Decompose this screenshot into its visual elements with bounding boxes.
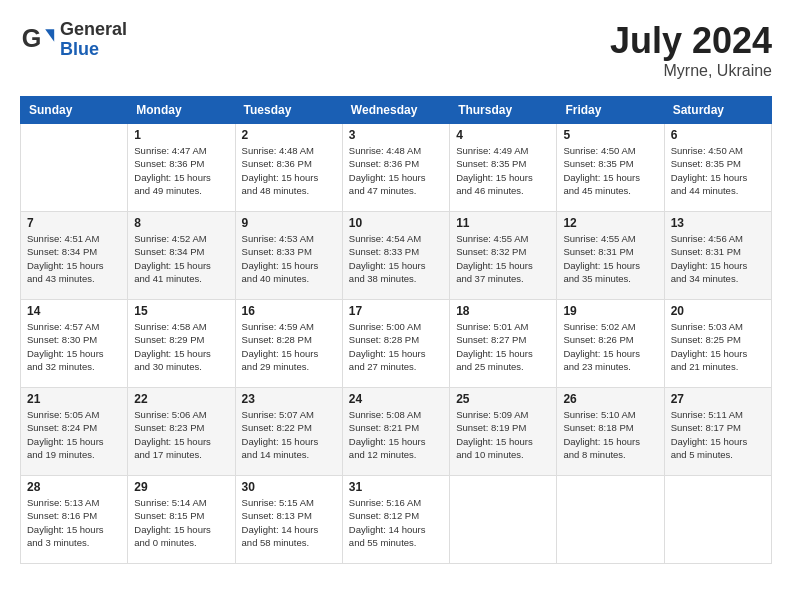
day-info: Sunrise: 5:13 AM Sunset: 8:16 PM Dayligh… xyxy=(27,496,121,549)
calendar-cell: 14Sunrise: 4:57 AM Sunset: 8:30 PM Dayli… xyxy=(21,300,128,388)
calendar-cell xyxy=(664,476,771,564)
calendar-cell: 26Sunrise: 5:10 AM Sunset: 8:18 PM Dayli… xyxy=(557,388,664,476)
day-number: 13 xyxy=(671,216,765,230)
calendar-cell: 21Sunrise: 5:05 AM Sunset: 8:24 PM Dayli… xyxy=(21,388,128,476)
day-number: 30 xyxy=(242,480,336,494)
day-info: Sunrise: 4:48 AM Sunset: 8:36 PM Dayligh… xyxy=(242,144,336,197)
calendar-cell: 16Sunrise: 4:59 AM Sunset: 8:28 PM Dayli… xyxy=(235,300,342,388)
day-info: Sunrise: 4:53 AM Sunset: 8:33 PM Dayligh… xyxy=(242,232,336,285)
day-number: 15 xyxy=(134,304,228,318)
day-number: 1 xyxy=(134,128,228,142)
day-info: Sunrise: 4:55 AM Sunset: 8:31 PM Dayligh… xyxy=(563,232,657,285)
day-number: 4 xyxy=(456,128,550,142)
day-number: 9 xyxy=(242,216,336,230)
calendar-cell: 23Sunrise: 5:07 AM Sunset: 8:22 PM Dayli… xyxy=(235,388,342,476)
day-number: 3 xyxy=(349,128,443,142)
calendar-cell: 5Sunrise: 4:50 AM Sunset: 8:35 PM Daylig… xyxy=(557,124,664,212)
calendar-cell: 31Sunrise: 5:16 AM Sunset: 8:12 PM Dayli… xyxy=(342,476,449,564)
day-number: 22 xyxy=(134,392,228,406)
day-info: Sunrise: 5:03 AM Sunset: 8:25 PM Dayligh… xyxy=(671,320,765,373)
day-info: Sunrise: 4:57 AM Sunset: 8:30 PM Dayligh… xyxy=(27,320,121,373)
day-number: 6 xyxy=(671,128,765,142)
calendar-cell: 27Sunrise: 5:11 AM Sunset: 8:17 PM Dayli… xyxy=(664,388,771,476)
calendar-cell: 2Sunrise: 4:48 AM Sunset: 8:36 PM Daylig… xyxy=(235,124,342,212)
page-header: G General Blue July 2024 Myrne, Ukraine xyxy=(20,20,772,80)
day-info: Sunrise: 5:11 AM Sunset: 8:17 PM Dayligh… xyxy=(671,408,765,461)
calendar-cell: 7Sunrise: 4:51 AM Sunset: 8:34 PM Daylig… xyxy=(21,212,128,300)
calendar-week-row: 21Sunrise: 5:05 AM Sunset: 8:24 PM Dayli… xyxy=(21,388,772,476)
day-info: Sunrise: 5:10 AM Sunset: 8:18 PM Dayligh… xyxy=(563,408,657,461)
day-number: 7 xyxy=(27,216,121,230)
calendar-cell: 4Sunrise: 4:49 AM Sunset: 8:35 PM Daylig… xyxy=(450,124,557,212)
calendar-cell: 30Sunrise: 5:15 AM Sunset: 8:13 PM Dayli… xyxy=(235,476,342,564)
calendar-cell: 3Sunrise: 4:48 AM Sunset: 8:36 PM Daylig… xyxy=(342,124,449,212)
day-info: Sunrise: 5:09 AM Sunset: 8:19 PM Dayligh… xyxy=(456,408,550,461)
calendar-week-row: 1Sunrise: 4:47 AM Sunset: 8:36 PM Daylig… xyxy=(21,124,772,212)
day-info: Sunrise: 5:08 AM Sunset: 8:21 PM Dayligh… xyxy=(349,408,443,461)
day-number: 16 xyxy=(242,304,336,318)
calendar-cell: 25Sunrise: 5:09 AM Sunset: 8:19 PM Dayli… xyxy=(450,388,557,476)
day-info: Sunrise: 5:01 AM Sunset: 8:27 PM Dayligh… xyxy=(456,320,550,373)
weekday-header: Tuesday xyxy=(235,97,342,124)
day-info: Sunrise: 4:56 AM Sunset: 8:31 PM Dayligh… xyxy=(671,232,765,285)
calendar-cell: 1Sunrise: 4:47 AM Sunset: 8:36 PM Daylig… xyxy=(128,124,235,212)
calendar-cell xyxy=(450,476,557,564)
day-number: 2 xyxy=(242,128,336,142)
day-info: Sunrise: 5:07 AM Sunset: 8:22 PM Dayligh… xyxy=(242,408,336,461)
day-number: 5 xyxy=(563,128,657,142)
day-number: 10 xyxy=(349,216,443,230)
day-info: Sunrise: 4:55 AM Sunset: 8:32 PM Dayligh… xyxy=(456,232,550,285)
calendar-cell xyxy=(557,476,664,564)
day-info: Sunrise: 4:47 AM Sunset: 8:36 PM Dayligh… xyxy=(134,144,228,197)
calendar-cell: 10Sunrise: 4:54 AM Sunset: 8:33 PM Dayli… xyxy=(342,212,449,300)
calendar-cell: 19Sunrise: 5:02 AM Sunset: 8:26 PM Dayli… xyxy=(557,300,664,388)
day-info: Sunrise: 5:06 AM Sunset: 8:23 PM Dayligh… xyxy=(134,408,228,461)
day-info: Sunrise: 4:59 AM Sunset: 8:28 PM Dayligh… xyxy=(242,320,336,373)
calendar-cell: 11Sunrise: 4:55 AM Sunset: 8:32 PM Dayli… xyxy=(450,212,557,300)
calendar-cell: 24Sunrise: 5:08 AM Sunset: 8:21 PM Dayli… xyxy=(342,388,449,476)
calendar-week-row: 7Sunrise: 4:51 AM Sunset: 8:34 PM Daylig… xyxy=(21,212,772,300)
calendar-cell: 15Sunrise: 4:58 AM Sunset: 8:29 PM Dayli… xyxy=(128,300,235,388)
weekday-header: Friday xyxy=(557,97,664,124)
logo-icon: G xyxy=(20,22,56,58)
calendar-cell: 12Sunrise: 4:55 AM Sunset: 8:31 PM Dayli… xyxy=(557,212,664,300)
calendar-week-row: 14Sunrise: 4:57 AM Sunset: 8:30 PM Dayli… xyxy=(21,300,772,388)
weekday-header: Wednesday xyxy=(342,97,449,124)
day-info: Sunrise: 4:52 AM Sunset: 8:34 PM Dayligh… xyxy=(134,232,228,285)
title-block: July 2024 Myrne, Ukraine xyxy=(610,20,772,80)
day-number: 18 xyxy=(456,304,550,318)
day-info: Sunrise: 5:05 AM Sunset: 8:24 PM Dayligh… xyxy=(27,408,121,461)
day-number: 28 xyxy=(27,480,121,494)
logo-general: General xyxy=(60,20,127,40)
day-number: 17 xyxy=(349,304,443,318)
calendar-header: SundayMondayTuesdayWednesdayThursdayFrid… xyxy=(21,97,772,124)
calendar-cell xyxy=(21,124,128,212)
calendar-cell: 18Sunrise: 5:01 AM Sunset: 8:27 PM Dayli… xyxy=(450,300,557,388)
day-info: Sunrise: 4:51 AM Sunset: 8:34 PM Dayligh… xyxy=(27,232,121,285)
calendar-week-row: 28Sunrise: 5:13 AM Sunset: 8:16 PM Dayli… xyxy=(21,476,772,564)
calendar-cell: 29Sunrise: 5:14 AM Sunset: 8:15 PM Dayli… xyxy=(128,476,235,564)
day-number: 26 xyxy=(563,392,657,406)
day-info: Sunrise: 5:00 AM Sunset: 8:28 PM Dayligh… xyxy=(349,320,443,373)
calendar-cell: 20Sunrise: 5:03 AM Sunset: 8:25 PM Dayli… xyxy=(664,300,771,388)
logo-blue: Blue xyxy=(60,40,127,60)
weekday-header: Thursday xyxy=(450,97,557,124)
day-number: 21 xyxy=(27,392,121,406)
day-info: Sunrise: 5:02 AM Sunset: 8:26 PM Dayligh… xyxy=(563,320,657,373)
calendar-cell: 22Sunrise: 5:06 AM Sunset: 8:23 PM Dayli… xyxy=(128,388,235,476)
day-info: Sunrise: 4:50 AM Sunset: 8:35 PM Dayligh… xyxy=(671,144,765,197)
day-number: 8 xyxy=(134,216,228,230)
calendar-cell: 9Sunrise: 4:53 AM Sunset: 8:33 PM Daylig… xyxy=(235,212,342,300)
day-number: 29 xyxy=(134,480,228,494)
day-number: 20 xyxy=(671,304,765,318)
day-number: 11 xyxy=(456,216,550,230)
calendar-cell: 6Sunrise: 4:50 AM Sunset: 8:35 PM Daylig… xyxy=(664,124,771,212)
day-number: 23 xyxy=(242,392,336,406)
day-info: Sunrise: 4:58 AM Sunset: 8:29 PM Dayligh… xyxy=(134,320,228,373)
day-info: Sunrise: 4:48 AM Sunset: 8:36 PM Dayligh… xyxy=(349,144,443,197)
logo-text: General Blue xyxy=(60,20,127,60)
calendar-table: SundayMondayTuesdayWednesdayThursdayFrid… xyxy=(20,96,772,564)
logo: G General Blue xyxy=(20,20,127,60)
day-info: Sunrise: 5:15 AM Sunset: 8:13 PM Dayligh… xyxy=(242,496,336,549)
location: Myrne, Ukraine xyxy=(610,62,772,80)
